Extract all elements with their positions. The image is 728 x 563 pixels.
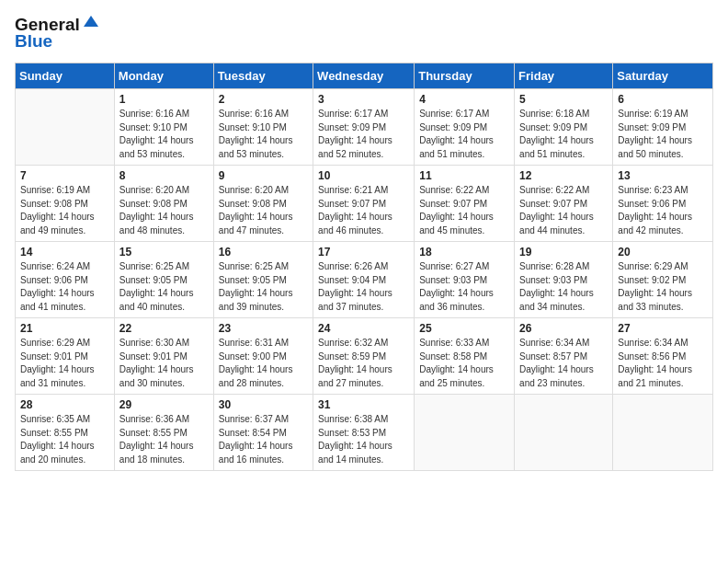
day-info: Sunrise: 6:27 AMSunset: 9:03 PMDaylight:… [419,260,509,314]
day-info: Sunrise: 6:36 AMSunset: 8:55 PMDaylight:… [119,413,209,466]
day-info: Sunrise: 6:32 AMSunset: 8:59 PMDaylight:… [318,337,409,390]
calendar-day-cell: 28Sunrise: 6:35 AMSunset: 8:55 PMDayligh… [16,395,115,471]
day-number: 12 [519,169,608,182]
calendar-week-row: 21Sunrise: 6:29 AMSunset: 9:01 PMDayligh… [16,318,713,395]
day-info: Sunrise: 6:18 AMSunset: 9:09 PMDaylight:… [519,108,608,161]
day-number: 10 [318,169,409,182]
day-number: 23 [219,322,308,335]
day-info: Sunrise: 6:25 AMSunset: 9:05 PMDaylight:… [219,260,308,314]
weekday-header: Tuesday [213,63,313,89]
day-number: 17 [318,246,409,259]
logo-icon [82,14,100,32]
day-number: 14 [20,246,109,259]
day-number: 7 [20,169,109,182]
day-info: Sunrise: 6:29 AMSunset: 9:02 PMDaylight:… [618,260,708,314]
day-number: 24 [318,322,409,335]
calendar-week-row: 7Sunrise: 6:19 AMSunset: 9:08 PMDaylight… [16,166,713,242]
calendar-header: SundayMondayTuesdayWednesdayThursdayFrid… [16,63,713,89]
day-number: 4 [419,93,509,106]
day-number: 18 [419,246,509,259]
day-number: 20 [618,246,708,259]
day-info: Sunrise: 6:38 AMSunset: 8:53 PMDaylight:… [318,413,409,466]
calendar-day-cell: 4Sunrise: 6:17 AMSunset: 9:09 PMDaylight… [415,89,515,166]
calendar-day-cell: 19Sunrise: 6:28 AMSunset: 9:03 PMDayligh… [515,242,613,318]
day-info: Sunrise: 6:20 AMSunset: 9:08 PMDaylight:… [119,184,209,237]
day-number: 1 [119,93,209,106]
day-number: 31 [318,398,409,411]
calendar-day-cell: 13Sunrise: 6:23 AMSunset: 9:06 PMDayligh… [613,166,713,242]
calendar-day-cell: 14Sunrise: 6:24 AMSunset: 9:06 PMDayligh… [16,242,115,318]
day-info: Sunrise: 6:17 AMSunset: 9:09 PMDaylight:… [419,108,509,161]
day-info: Sunrise: 6:22 AMSunset: 9:07 PMDaylight:… [419,184,509,237]
day-number: 30 [219,398,308,411]
day-number: 25 [419,322,509,335]
calendar-day-cell: 11Sunrise: 6:22 AMSunset: 9:07 PMDayligh… [415,166,515,242]
calendar-week-row: 1Sunrise: 6:16 AMSunset: 9:10 PMDaylight… [16,89,713,166]
day-info: Sunrise: 6:20 AMSunset: 9:08 PMDaylight:… [219,184,308,237]
calendar-day-cell: 29Sunrise: 6:36 AMSunset: 8:55 PMDayligh… [114,395,213,471]
logo-blue-text: Blue [15,31,52,52]
day-info: Sunrise: 6:33 AMSunset: 8:58 PMDaylight:… [419,337,509,390]
day-number: 2 [219,93,308,106]
day-number: 29 [119,398,209,411]
day-number: 15 [119,246,209,259]
calendar-day-cell: 17Sunrise: 6:26 AMSunset: 9:04 PMDayligh… [313,242,415,318]
weekday-header: Sunday [16,63,115,89]
calendar-week-row: 14Sunrise: 6:24 AMSunset: 9:06 PMDayligh… [16,242,713,318]
calendar-body: 1Sunrise: 6:16 AMSunset: 9:10 PMDaylight… [16,89,713,471]
weekday-header-row: SundayMondayTuesdayWednesdayThursdayFrid… [16,63,713,89]
calendar-day-cell: 18Sunrise: 6:27 AMSunset: 9:03 PMDayligh… [415,242,515,318]
day-info: Sunrise: 6:22 AMSunset: 9:07 PMDaylight:… [519,184,608,237]
weekday-header: Saturday [613,63,713,89]
calendar-day-cell: 27Sunrise: 6:34 AMSunset: 8:56 PMDayligh… [613,318,713,395]
day-number: 5 [519,93,608,106]
day-info: Sunrise: 6:21 AMSunset: 9:07 PMDaylight:… [318,184,409,237]
day-number: 21 [20,322,109,335]
calendar-day-cell: 3Sunrise: 6:17 AMSunset: 9:09 PMDaylight… [313,89,415,166]
day-number: 11 [419,169,509,182]
day-info: Sunrise: 6:34 AMSunset: 8:57 PMDaylight:… [519,337,608,390]
calendar-day-cell [16,89,115,166]
calendar-day-cell: 30Sunrise: 6:37 AMSunset: 8:54 PMDayligh… [213,395,313,471]
day-info: Sunrise: 6:19 AMSunset: 9:08 PMDaylight:… [20,184,109,237]
calendar-day-cell [613,395,713,471]
calendar-day-cell: 16Sunrise: 6:25 AMSunset: 9:05 PMDayligh… [213,242,313,318]
day-number: 3 [318,93,409,106]
calendar-day-cell: 15Sunrise: 6:25 AMSunset: 9:05 PMDayligh… [114,242,213,318]
day-info: Sunrise: 6:24 AMSunset: 9:06 PMDaylight:… [20,260,109,314]
page-header: General Blue [15,15,713,52]
day-info: Sunrise: 6:29 AMSunset: 9:01 PMDaylight:… [20,337,109,390]
calendar-day-cell: 26Sunrise: 6:34 AMSunset: 8:57 PMDayligh… [515,318,613,395]
calendar-day-cell: 20Sunrise: 6:29 AMSunset: 9:02 PMDayligh… [613,242,713,318]
calendar-day-cell: 5Sunrise: 6:18 AMSunset: 9:09 PMDaylight… [515,89,613,166]
day-number: 16 [219,246,308,259]
day-info: Sunrise: 6:25 AMSunset: 9:05 PMDaylight:… [119,260,209,314]
calendar-day-cell: 7Sunrise: 6:19 AMSunset: 9:08 PMDaylight… [16,166,115,242]
calendar-day-cell: 1Sunrise: 6:16 AMSunset: 9:10 PMDaylight… [114,89,213,166]
calendar-day-cell: 23Sunrise: 6:31 AMSunset: 9:00 PMDayligh… [213,318,313,395]
logo: General Blue [15,15,100,52]
svg-marker-0 [84,16,98,27]
calendar-week-row: 28Sunrise: 6:35 AMSunset: 8:55 PMDayligh… [16,395,713,471]
calendar-day-cell: 9Sunrise: 6:20 AMSunset: 9:08 PMDaylight… [213,166,313,242]
day-info: Sunrise: 6:35 AMSunset: 8:55 PMDaylight:… [20,413,109,466]
day-info: Sunrise: 6:28 AMSunset: 9:03 PMDaylight:… [519,260,608,314]
weekday-header: Friday [515,63,613,89]
day-info: Sunrise: 6:16 AMSunset: 9:10 PMDaylight:… [119,108,209,161]
day-info: Sunrise: 6:17 AMSunset: 9:09 PMDaylight:… [318,108,409,161]
day-info: Sunrise: 6:16 AMSunset: 9:10 PMDaylight:… [219,108,308,161]
day-number: 27 [618,322,708,335]
calendar-day-cell: 22Sunrise: 6:30 AMSunset: 9:01 PMDayligh… [114,318,213,395]
day-number: 22 [119,322,209,335]
calendar-day-cell: 25Sunrise: 6:33 AMSunset: 8:58 PMDayligh… [415,318,515,395]
weekday-header: Wednesday [313,63,415,89]
day-info: Sunrise: 6:34 AMSunset: 8:56 PMDaylight:… [618,337,708,390]
calendar-day-cell: 2Sunrise: 6:16 AMSunset: 9:10 PMDaylight… [213,89,313,166]
weekday-header: Monday [114,63,213,89]
day-number: 28 [20,398,109,411]
calendar-day-cell: 6Sunrise: 6:19 AMSunset: 9:09 PMDaylight… [613,89,713,166]
day-number: 26 [519,322,608,335]
calendar-day-cell [515,395,613,471]
day-info: Sunrise: 6:26 AMSunset: 9:04 PMDaylight:… [318,260,409,314]
day-info: Sunrise: 6:37 AMSunset: 8:54 PMDaylight:… [219,413,308,466]
